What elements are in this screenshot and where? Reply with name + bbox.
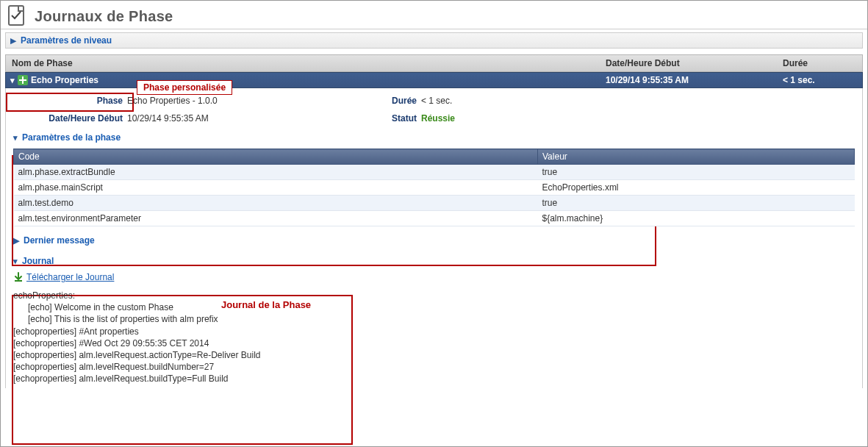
- section-title-last-message: Dernier message: [24, 235, 95, 246]
- col-header-start: Date/Heure Début: [600, 55, 777, 71]
- section-phase-params: ▾ Paramètres de la phase Code Valeur alm…: [6, 131, 862, 226]
- document-check-icon: [8, 5, 27, 27]
- columns-header: Nom de Phase Date/Heure Début Durée: [5, 54, 863, 72]
- chevron-down-icon: ▾: [13, 134, 18, 142]
- page-header: Journaux de Phase: [1, 1, 867, 29]
- section-last-message: ▶ Dernier message: [6, 234, 862, 247]
- chevron-right-icon: ▶: [10, 37, 16, 45]
- params-table: Code Valeur alm.phase.extractBundletruea…: [13, 149, 855, 226]
- detail-duration-value: < 1 sec.: [421, 96, 642, 106]
- detail-start-label: Date/Heure Début: [13, 113, 127, 124]
- params-cell-value: true: [538, 165, 855, 180]
- section-header-last-message[interactable]: ▶ Dernier message: [13, 234, 855, 247]
- level-params-link[interactable]: Paramètres de niveau: [21, 35, 112, 46]
- table-row: alm.phase.extractBundletrue: [14, 165, 855, 180]
- col-header-duration: Durée: [777, 55, 862, 71]
- detail-phase-value: Echo Properties - 1.0.0: [127, 96, 355, 106]
- detail-grid: Phase Echo Properties - 1.0.0 Durée < 1 …: [6, 96, 862, 124]
- detail-duration-label: Durée: [355, 96, 421, 106]
- journal-log: echoProperties: [echo] Welcome in the cu…: [13, 288, 855, 385]
- detail-status-value: Réussie: [421, 113, 642, 124]
- params-cell-code: alm.phase.extractBundle: [14, 165, 538, 180]
- params-cell-value: true: [538, 196, 855, 211]
- phase-row-duration: < 1 sec.: [777, 73, 862, 87]
- params-cell-code: alm.test.environmentParameter: [14, 211, 538, 226]
- params-cell-value: ${alm.machine}: [538, 211, 855, 226]
- section-title-journal: Journal: [22, 256, 54, 266]
- chevron-down-icon: ▾: [13, 257, 18, 265]
- download-journal-link[interactable]: Télécharger le Journal: [26, 272, 114, 282]
- params-th-code: Code: [14, 149, 538, 165]
- params-cell-code: alm.test.demo: [14, 196, 538, 211]
- section-header-journal[interactable]: ▾ Journal: [13, 254, 855, 268]
- params-th-value: Valeur: [538, 149, 855, 165]
- params-cell-value: EchoProperties.xml: [538, 180, 855, 196]
- phase-row-start: 10/29/14 9:55:35 AM: [600, 73, 777, 87]
- phase-details: Phase Echo Properties - 1.0.0 Durée < 1 …: [5, 88, 863, 388]
- download-journal-row: Télécharger le Journal: [13, 272, 855, 282]
- plus-icon: [18, 75, 28, 85]
- svg-rect-0: [9, 6, 24, 25]
- level-params-bar[interactable]: ▶ Paramètres de niveau: [5, 32, 863, 49]
- chevron-down-icon: ▾: [10, 76, 15, 85]
- detail-phase-label: Phase: [13, 96, 127, 106]
- col-header-name: Nom de Phase: [6, 55, 600, 71]
- chevron-right-icon: ▶: [13, 237, 19, 245]
- page-title: Journaux de Phase: [35, 8, 173, 25]
- section-header-phase-params[interactable]: ▾ Paramètres de la phase: [13, 131, 855, 144]
- detail-status-label: Statut: [355, 113, 421, 124]
- section-journal: ▾ Journal Télécharger le Journal echoPro…: [6, 254, 862, 385]
- phase-row[interactable]: ▾ Echo Properties 10/29/14 9:55:35 AM < …: [5, 72, 863, 88]
- section-title-phase-params: Paramètres de la phase: [22, 132, 121, 143]
- table-row: alm.test.demotrue: [14, 196, 855, 211]
- phase-row-name: Echo Properties: [31, 75, 98, 85]
- params-cell-code: alm.phase.mainScript: [14, 180, 538, 196]
- table-row: alm.phase.mainScriptEchoProperties.xml: [14, 180, 855, 196]
- detail-start-value: 10/29/14 9:55:35 AM: [127, 113, 355, 124]
- page-root: Journaux de Phase ▶ Paramètres de niveau…: [0, 0, 868, 447]
- table-row: alm.test.environmentParameter${alm.machi…: [14, 211, 855, 226]
- download-icon: [13, 272, 24, 282]
